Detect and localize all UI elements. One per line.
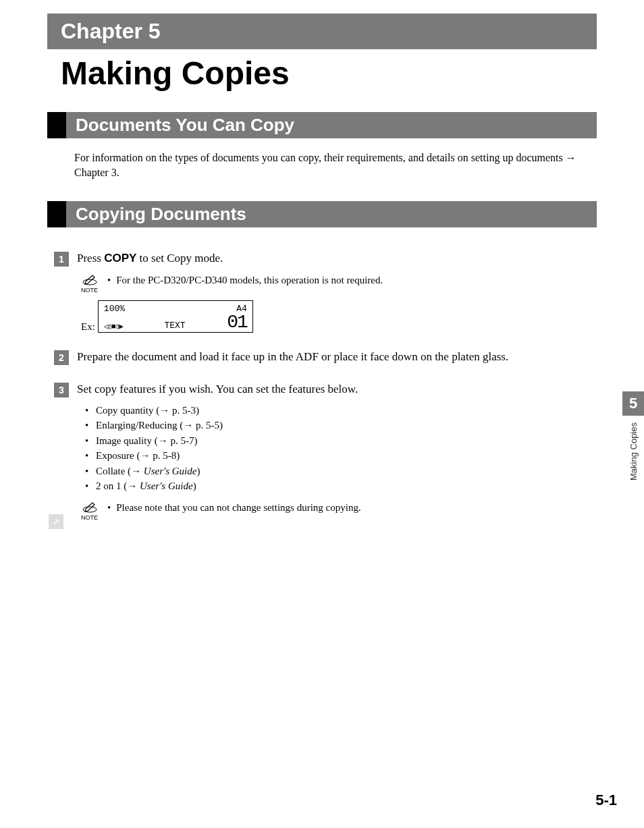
note-label: NOTE bbox=[81, 514, 98, 521]
section-title: Documents You Can Copy bbox=[66, 112, 597, 138]
svg-line-1 bbox=[92, 275, 95, 277]
side-tab-number: 5 bbox=[622, 391, 644, 416]
list-item: 2 on 1 (→ User's Guide) bbox=[85, 478, 597, 494]
list-item: Collate (→ User's Guide) bbox=[85, 464, 597, 479]
svg-line-3 bbox=[92, 503, 95, 505]
note-content: For the PC-D320/PC-D340 models, this ope… bbox=[116, 273, 383, 287]
section-header-marker bbox=[47, 112, 66, 138]
chapter-banner: Chapter 5 bbox=[47, 13, 597, 49]
chapter-title: Making Copies bbox=[47, 55, 597, 92]
list-item: Enlarging/Reducing (→ p. 5-5) bbox=[85, 418, 597, 433]
step-1: 1 Press COPY to set Copy mode. bbox=[54, 250, 597, 267]
step-badge: 1 bbox=[54, 252, 69, 267]
lcd-count: 01 bbox=[227, 314, 247, 331]
lcd-example: Ex: 100% A4 ◁▯■▯▶ TEXT 01 bbox=[81, 300, 597, 333]
step-2: 2 Prepare the document and load it face … bbox=[54, 349, 597, 365]
lcd-density-icon: ◁▯■▯▶ bbox=[104, 322, 123, 331]
side-tab-text: Making Copies bbox=[628, 422, 639, 480]
pencil-icon bbox=[82, 501, 98, 513]
continue-arrow-icon: ↗ bbox=[49, 514, 63, 529]
step-text: Set copy features if you wish. You can s… bbox=[77, 381, 597, 397]
side-tab: 5 Making Copies bbox=[622, 391, 644, 480]
section-header-docs: Documents You Can Copy bbox=[47, 112, 597, 138]
step-text-bold: COPY bbox=[104, 252, 136, 265]
list-item: Exposure (→ p. 5-8) bbox=[85, 448, 597, 464]
step-badge: 2 bbox=[54, 350, 69, 365]
note-text: For the PC-D320/PC-D340 models, this ope… bbox=[107, 273, 383, 287]
feature-list: Copy quantity (→ p. 5-3) Enlarging/Reduc… bbox=[85, 403, 597, 494]
step-text: Press COPY to set Copy mode. bbox=[77, 250, 597, 267]
note-2: NOTE Please note that you can not change… bbox=[81, 501, 597, 521]
section-header-copying: Copying Documents bbox=[47, 201, 597, 227]
page-number: 5-1 bbox=[595, 792, 617, 809]
section-body: For information on the types of document… bbox=[74, 150, 597, 181]
step-text: Prepare the document and load it face up… bbox=[77, 349, 597, 365]
note-text: Please note that you can not change sett… bbox=[107, 501, 361, 515]
section-header-marker bbox=[47, 201, 66, 227]
note-1: NOTE For the PC-D320/PC-D340 models, thi… bbox=[81, 273, 597, 294]
note-content: Please note that you can not change sett… bbox=[116, 501, 360, 515]
list-item: Copy quantity (→ p. 5-3) bbox=[85, 403, 597, 418]
pencil-icon bbox=[82, 273, 98, 285]
step-badge: 3 bbox=[54, 383, 69, 397]
list-item: Image quality (→ p. 5-7) bbox=[85, 433, 597, 449]
note-label: NOTE bbox=[81, 287, 98, 294]
step-3: 3 Set copy features if you wish. You can… bbox=[54, 381, 597, 397]
lcd-mode: TEXT bbox=[164, 321, 185, 331]
step-text-suffix: to set Copy mode. bbox=[136, 252, 223, 265]
ex-label: Ex: bbox=[81, 321, 95, 333]
step-text-prefix: Press bbox=[77, 252, 104, 265]
lcd-display: 100% A4 ◁▯■▯▶ TEXT 01 bbox=[98, 300, 253, 333]
section-title: Copying Documents bbox=[66, 201, 597, 227]
lcd-zoom: 100% bbox=[104, 304, 125, 314]
